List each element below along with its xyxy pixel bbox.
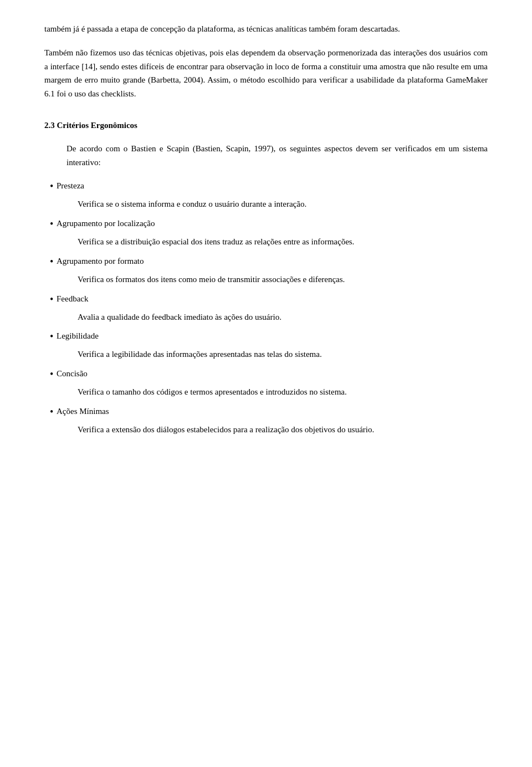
bullet-label: Legibilidade xyxy=(57,329,99,343)
bullet-item: •Agrupamento por formato xyxy=(44,254,488,269)
bullet-item: •Agrupamento por localização xyxy=(44,217,488,232)
bullet-label: Agrupamento por localização xyxy=(57,217,155,231)
bullet-dot-icon: • xyxy=(44,217,57,232)
bullet-dot-icon: • xyxy=(44,179,57,194)
bullet-desc: Verifica se o sistema informa e conduz o… xyxy=(44,197,488,211)
bullet-item: •Presteza xyxy=(44,179,488,194)
bullet-dot-icon: • xyxy=(44,292,57,307)
bullet-label: Agrupamento por formato xyxy=(57,254,144,268)
bullet-desc: Verifica a extensão dos diálogos estabel… xyxy=(44,423,488,437)
paragraph-2: Também não fizemos uso das técnicas obje… xyxy=(44,46,488,101)
bullet-label: Concisão xyxy=(57,367,88,381)
bullet-dot-icon: • xyxy=(44,254,57,269)
bullet-desc: Avalia a qualidade do feedback imediato … xyxy=(44,310,488,324)
bullet-list: •PrestezaVerifica se o sistema informa e… xyxy=(44,179,488,436)
bullet-dot-icon: • xyxy=(44,405,57,420)
bullet-label: Feedback xyxy=(57,292,88,306)
bullet-dot-icon: • xyxy=(44,367,57,382)
bullet-desc: Verifica a legibilidade das informações … xyxy=(44,347,488,361)
intro-indent: De acordo com o Bastien e Scapin (Bastie… xyxy=(44,142,488,170)
bullet-item: •Ações Mínimas xyxy=(44,405,488,420)
bullet-label: Presteza xyxy=(57,179,84,193)
bullet-desc: Verifica o tamanho dos códigos e termos … xyxy=(44,385,488,399)
intro-text: De acordo com o Bastien e Scapin (Bastie… xyxy=(44,142,488,170)
bullet-item: •Concisão xyxy=(44,367,488,382)
bullet-desc: Verifica os formatos dos itens como meio… xyxy=(44,273,488,287)
paragraph-1: também já é passada a etapa de concepção… xyxy=(44,22,488,36)
bullet-item: •Legibilidade xyxy=(44,329,488,344)
bullet-dot-icon: • xyxy=(44,329,57,344)
bullet-desc: Verifica se a distribuição espacial dos … xyxy=(44,235,488,249)
page: também já é passada a etapa de concepção… xyxy=(0,0,532,767)
bullet-label: Ações Mínimas xyxy=(57,405,109,418)
section-heading: 2.3 Critérios Ergonômicos xyxy=(44,119,488,132)
bullet-item: •Feedback xyxy=(44,292,488,307)
